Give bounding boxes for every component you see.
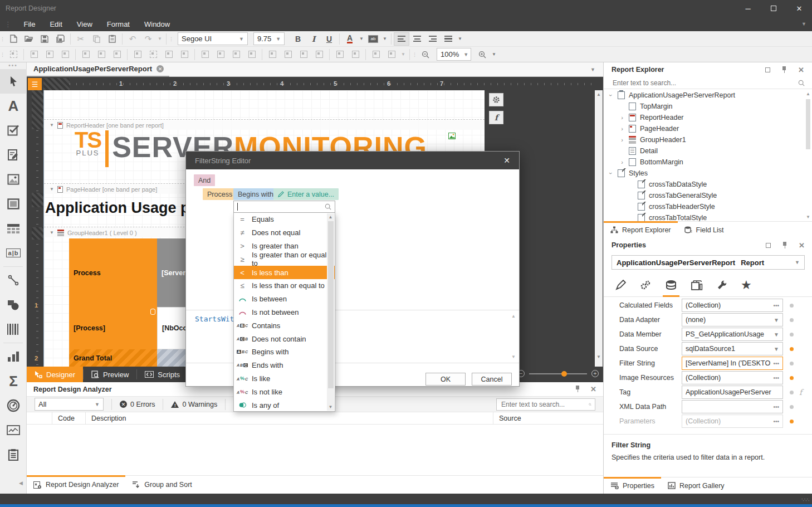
property-value-editor[interactable]: (Collection)••• xyxy=(682,371,783,384)
tree-item-crosstabgeneralstyle[interactable]: crossTabGeneralStyle xyxy=(604,190,804,201)
pin-icon[interactable] xyxy=(575,386,580,392)
tab-report-gallery[interactable]: Report Gallery xyxy=(661,477,731,494)
font-color-chevron-icon[interactable]: ▼ xyxy=(358,32,365,46)
ellipsis-button[interactable]: ••• xyxy=(771,303,779,309)
zoom-in-button[interactable] xyxy=(475,48,490,61)
checkbox-tool[interactable] xyxy=(0,118,27,143)
pin-icon[interactable] xyxy=(782,242,787,248)
operator-item-is-not-between[interactable]: Is not between xyxy=(234,306,335,319)
remove-hspacing-button[interactable] xyxy=(244,48,260,61)
layout-tab[interactable] xyxy=(691,274,703,297)
report-title-label[interactable]: Application Usage p xyxy=(45,199,190,217)
zoom-slider-handle[interactable] xyxy=(561,371,567,377)
tree-item-detail[interactable]: Detail xyxy=(604,145,804,157)
group-operator-badge[interactable]: And xyxy=(194,174,215,186)
chevron-right-icon[interactable]: › xyxy=(619,114,625,121)
scripts-fx-button[interactable]: f xyxy=(489,111,503,124)
align-center-button[interactable] xyxy=(409,32,425,46)
tab-field-list[interactable]: Field List xyxy=(678,222,731,238)
data-tab[interactable] xyxy=(665,274,677,297)
crosstab-tool[interactable] xyxy=(0,442,27,467)
tab-list-chevron-icon[interactable]: ▼ xyxy=(590,67,595,72)
operator-item-equals[interactable]: =Equals xyxy=(234,213,335,226)
menu-view[interactable]: View xyxy=(70,17,100,31)
errors-counter[interactable]: ✕0 Errors xyxy=(120,401,155,408)
crosstab-cell-grand-total[interactable]: Grand Total xyxy=(69,349,157,367)
make-same-width-button[interactable] xyxy=(130,48,145,61)
scroll-up-icon[interactable]: ▲ xyxy=(805,91,811,96)
analyzer-search-box[interactable] xyxy=(496,398,595,411)
menu-format[interactable]: Format xyxy=(100,17,137,31)
save-all-button[interactable] xyxy=(52,32,68,46)
operator-search-box[interactable] xyxy=(233,201,335,213)
close-icon[interactable]: ✕ xyxy=(590,386,596,393)
column-source[interactable]: Source xyxy=(493,412,603,424)
zoom-chevron-icon[interactable]: ▼ xyxy=(490,48,498,61)
menu-window[interactable]: Window xyxy=(137,17,177,31)
toolbar-drag-handle[interactable]: ⋮ xyxy=(0,53,6,56)
scroll-down-icon[interactable]: ▼ xyxy=(327,404,334,410)
crosstab-cell-process-value[interactable]: [Process] xyxy=(69,307,157,349)
tree-item-topmargin[interactable]: TopMargin xyxy=(604,101,804,112)
operator-item-begins-with[interactable]: ABCBegins with xyxy=(234,345,335,359)
sparkline-tool[interactable] xyxy=(0,418,27,442)
pivot-grid-tool[interactable]: Σ xyxy=(0,369,27,393)
gauge-tool[interactable] xyxy=(0,393,27,418)
property-value-editor[interactable]: (none)▼ xyxy=(682,313,783,326)
make-same-height-button[interactable] xyxy=(161,48,177,61)
scroll-up-icon[interactable]: ▲ xyxy=(595,92,603,97)
copy-button[interactable] xyxy=(89,32,104,46)
save-button[interactable] xyxy=(37,32,52,46)
expression-fx-icon[interactable]: f xyxy=(799,388,802,397)
dropdown-scrollbar[interactable]: ▲ ▼ xyxy=(327,213,334,411)
operator-item-is-not-like[interactable]: A%CIs not like xyxy=(234,385,335,398)
bold-button[interactable]: B xyxy=(290,32,306,46)
redo-dropdown-chevron-icon[interactable]: ▼ xyxy=(156,32,164,46)
filter-value-badge[interactable]: Enter a value... xyxy=(273,188,339,200)
send-to-back-button[interactable] xyxy=(384,48,399,61)
make-same-size-button[interactable] xyxy=(177,48,192,61)
panel-tool[interactable] xyxy=(0,192,27,216)
align-rights-button[interactable] xyxy=(57,48,73,61)
filter-field-badge[interactable]: Process xyxy=(203,188,237,200)
horizontal-spacing-button[interactable] xyxy=(197,48,213,61)
tree-item-applicationusageperserverreport[interactable]: ›ApplicationUsagePerServerReport xyxy=(604,90,804,101)
close-tab-icon[interactable]: ✕ xyxy=(156,65,164,72)
vertical-spacing-button[interactable] xyxy=(265,48,280,61)
scrollbar-thumb[interactable] xyxy=(806,99,810,149)
tree-item-groupheader1[interactable]: ›GroupHeader1 xyxy=(604,134,804,145)
property-value-editor[interactable]: [ServerName] In ('DESKTOP-TDI••• xyxy=(682,357,783,370)
chevron-right-icon[interactable]: › xyxy=(619,159,625,165)
collapse-band-icon[interactable]: ▼ xyxy=(50,230,54,235)
minimize-button[interactable]: ─ xyxy=(735,0,761,17)
table-tool[interactable] xyxy=(0,216,27,241)
close-icon[interactable]: ✕ xyxy=(799,242,805,249)
center-vertically-button[interactable] xyxy=(348,48,363,61)
chevron-down-icon[interactable]: ▼ xyxy=(771,317,779,323)
tree-item-pageheader[interactable]: ›PageHeader xyxy=(604,123,804,134)
tree-item-reportheader[interactable]: ›ReportHeader xyxy=(604,112,804,123)
highlight-color-button[interactable]: ab xyxy=(365,32,381,46)
ellipsis-button[interactable]: ••• xyxy=(771,418,779,425)
label-tool[interactable]: A xyxy=(0,94,27,118)
operator-item-does-not-contain[interactable]: ACBDoes not contain xyxy=(234,332,335,345)
property-value-editor[interactable]: (Collection)••• xyxy=(682,299,783,312)
collapse-band-icon[interactable]: ▼ xyxy=(50,123,54,128)
order-chevron-icon[interactable]: ▼ xyxy=(399,48,407,61)
align-justify-button[interactable] xyxy=(441,32,456,46)
appearance-tab[interactable] xyxy=(615,274,626,297)
decrease-vspacing-button[interactable] xyxy=(296,48,311,61)
undo-button[interactable]: ↶ xyxy=(125,32,140,46)
scroll-down-icon[interactable]: ▼ xyxy=(511,354,516,359)
property-value-editor[interactable]: ApplicationUsagePerServer xyxy=(682,386,783,399)
tab-report-design-analyzer[interactable]: Report Design Analyzer xyxy=(27,476,125,494)
character-comb-tool[interactable]: a|b xyxy=(0,241,27,265)
menu-edit[interactable]: Edit xyxy=(42,17,69,31)
close-button[interactable]: ✕ xyxy=(786,0,812,17)
snap-to-grid-button[interactable] xyxy=(6,48,21,61)
operator-item-is-less-than[interactable]: <Is less than xyxy=(234,266,335,279)
favorites-tab[interactable]: ★ xyxy=(741,274,752,297)
increase-vspacing-button[interactable] xyxy=(280,48,296,61)
tree-item-crosstabheaderstyle[interactable]: crossTabHeaderStyle xyxy=(604,201,804,212)
richtext-tool[interactable] xyxy=(0,143,27,167)
